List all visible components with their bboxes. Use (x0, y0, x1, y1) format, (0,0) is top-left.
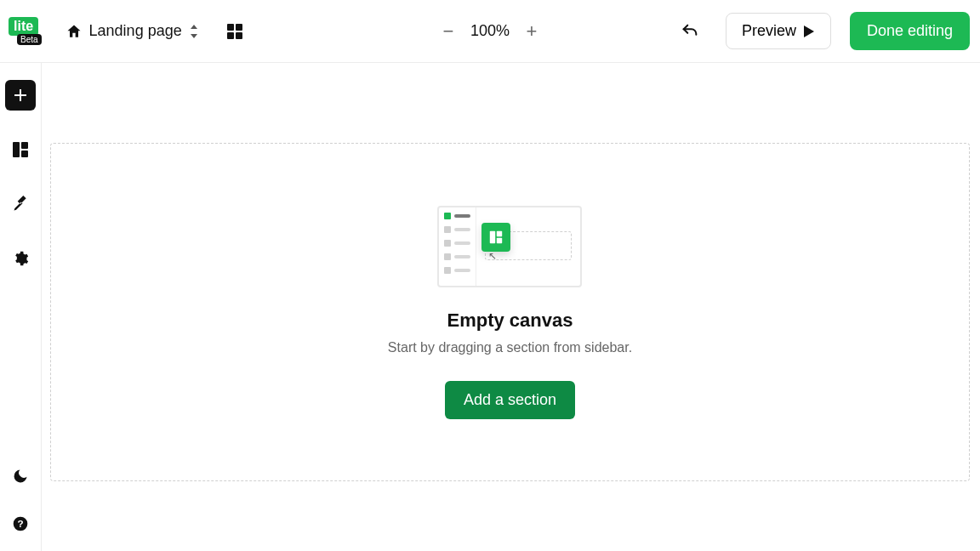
sections-icon (481, 223, 510, 252)
done-editing-button[interactable]: Done editing (850, 12, 970, 50)
chevron-updown-icon (189, 25, 199, 38)
sidebar-add-button[interactable] (5, 80, 36, 111)
add-section-label: Add a section (464, 391, 556, 408)
empty-illustration: ↖ (437, 206, 582, 287)
svg-text:?: ? (17, 518, 23, 529)
svg-rect-1 (236, 24, 242, 31)
empty-canvas-dropzone[interactable]: ↖ Empty canvas Start by dragging a secti… (50, 143, 970, 481)
sidebar: ? (0, 63, 41, 551)
sidebar-style-button[interactable] (5, 189, 36, 219)
svg-rect-12 (497, 230, 502, 236)
beta-badge: Beta (17, 34, 42, 45)
sidebar-theme-button[interactable] (5, 461, 36, 491)
body-area: ? (0, 63, 980, 551)
empty-title: Empty canvas (447, 310, 573, 332)
empty-state: ↖ Empty canvas Start by dragging a secti… (388, 206, 632, 419)
zoom-in-button[interactable]: + (521, 20, 542, 43)
plus-icon (14, 88, 27, 102)
undo-icon (681, 22, 699, 41)
svg-rect-6 (13, 142, 20, 157)
gear-icon (12, 250, 29, 267)
svg-rect-7 (21, 142, 28, 149)
zoom-out-button[interactable]: − (438, 20, 459, 43)
sidebar-settings-button[interactable] (5, 243, 36, 274)
topbar: lite Beta Landing page − 100% + Preview … (0, 0, 980, 63)
home-icon (66, 23, 83, 40)
logo-badge: lite (9, 17, 38, 36)
svg-rect-3 (236, 32, 242, 39)
sections-icon (12, 141, 29, 158)
svg-rect-0 (227, 24, 234, 31)
logo: lite Beta (9, 17, 42, 45)
preview-button[interactable]: Preview (726, 13, 831, 49)
preview-label: Preview (742, 22, 796, 40)
zoom-value: 100% (470, 22, 510, 40)
help-icon: ? (12, 515, 29, 532)
paint-icon (12, 196, 29, 213)
svg-rect-2 (227, 32, 234, 39)
empty-description: Start by dragging a section from sidebar… (388, 340, 632, 355)
zoom-control: − 100% + (438, 20, 542, 43)
sidebar-help-button[interactable]: ? (5, 508, 36, 539)
add-section-button[interactable]: Add a section (445, 381, 575, 419)
page-selector[interactable]: Landing page (66, 22, 199, 40)
svg-rect-5 (14, 94, 26, 96)
undo-button[interactable] (675, 16, 705, 47)
svg-rect-11 (490, 230, 495, 242)
svg-rect-8 (21, 151, 28, 157)
grid-icon (226, 23, 243, 40)
svg-rect-13 (497, 237, 502, 242)
sidebar-sections-button[interactable] (5, 134, 36, 165)
moon-icon (12, 468, 29, 485)
canvas-area: ↖ Empty canvas Start by dragging a secti… (42, 63, 980, 551)
cursor-icon: ↖ (488, 250, 497, 262)
page-name: Landing page (89, 22, 182, 40)
grid-view-button[interactable] (219, 16, 250, 47)
play-icon (803, 26, 815, 37)
done-label: Done editing (867, 22, 953, 39)
